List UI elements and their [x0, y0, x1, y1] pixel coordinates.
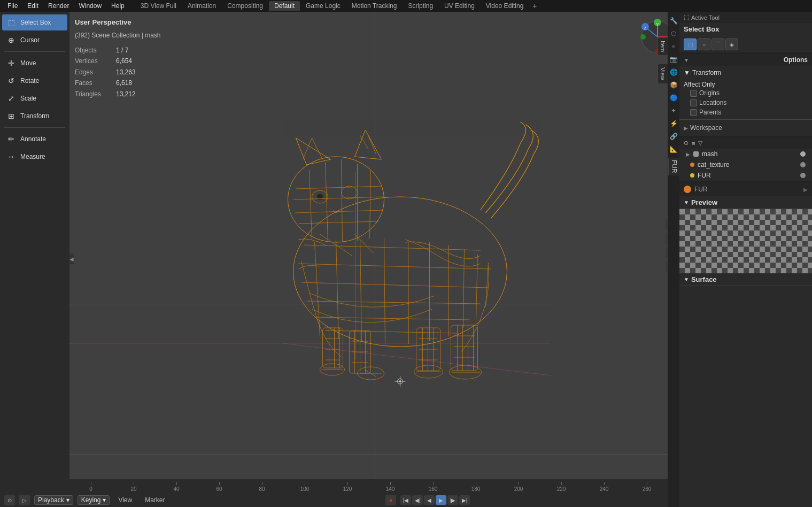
add-workspace-button[interactable]: +	[529, 1, 540, 11]
locations-checkbox[interactable]	[690, 99, 697, 106]
outliner-item-cattexture[interactable]: cat_texture	[679, 159, 812, 170]
workspace-tabs: 3D View Full Animation Compositing Defau…	[135, 1, 540, 11]
view-side-tab[interactable]: View	[658, 64, 668, 83]
world-props-icon[interactable]: 🌐	[669, 67, 678, 77]
affect-only-row: Affect Only	[684, 80, 808, 89]
jump-start-btn[interactable]: |◀	[400, 495, 411, 505]
marker-btn[interactable]: Marker	[141, 495, 169, 505]
scene-collection-label: (392) Scene Collection | mash	[75, 30, 161, 41]
workspace-section: ▶ Workspace	[679, 120, 812, 136]
tab-videoediting[interactable]: Video Editing	[481, 1, 529, 11]
viewport-info: User Perspective (392) Scene Collection …	[75, 17, 161, 99]
menu-file[interactable]: File	[3, 1, 22, 11]
cat-wireframe	[218, 106, 566, 416]
tab-motiontracking[interactable]: Motion Tracking	[346, 1, 403, 11]
tool-scale[interactable]: ⤢ Scale	[2, 90, 67, 106]
fur-side-label[interactable]: FUR	[668, 158, 679, 175]
viewport-3d[interactable]: User Perspective (392) Scene Collection …	[69, 12, 679, 479]
svg-line-23	[384, 239, 385, 344]
prev-keyframe-btn[interactable]: ◀|	[412, 495, 423, 505]
tab-default[interactable]: Default	[269, 1, 300, 11]
physics-props-icon[interactable]: ⚡	[669, 119, 678, 128]
keying-chevron: ▾	[103, 496, 106, 504]
parents-checkbox-label[interactable]: Parents	[690, 109, 808, 116]
toolbar-separator-2	[4, 127, 65, 128]
active-tool-name: Select Box	[679, 23, 812, 36]
cat-texture-visibility[interactable]	[800, 162, 806, 167]
scene-props-icon[interactable]: 📷	[669, 55, 678, 64]
menu-help[interactable]: Help	[107, 1, 129, 11]
tab-scripting[interactable]: Scripting	[403, 1, 438, 11]
tab-uvediting[interactable]: UV Editing	[439, 1, 480, 11]
tool-cursor[interactable]: ⊕ Cursor	[2, 32, 67, 48]
fur-visibility[interactable]	[800, 173, 806, 178]
objects-label: Objects	[75, 45, 110, 56]
tool-mode-icons: ⬚ ○ ⌒ ◈	[679, 36, 812, 52]
render-props-icon[interactable]: 🔧	[669, 16, 678, 26]
playback-dropdown[interactable]: Playback ▾	[34, 495, 73, 505]
options-header[interactable]: ▼ Options	[679, 54, 812, 66]
locations-checkbox-label[interactable]: Locations	[690, 99, 808, 106]
surface-section-header[interactable]: ▼ Surface	[679, 273, 812, 286]
properties-icons-column: 🔧 ⬡ ≡ 📷 🌐 📦 🔵 ✦ ⚡ 🔗 📐 ●	[668, 12, 679, 507]
origins-checkbox[interactable]	[690, 90, 697, 97]
keyframe-record-btn[interactable]: ●	[385, 495, 396, 505]
mark-40: 40	[155, 482, 198, 492]
workspace-header[interactable]: ▶ Workspace	[679, 122, 812, 134]
menu-edit[interactable]: Edit	[23, 1, 43, 11]
origins-checkbox-label[interactable]: Origins	[690, 89, 808, 97]
play-btn[interactable]: ▶	[436, 495, 446, 505]
keying-dropdown[interactable]: Keying ▾	[78, 495, 110, 505]
tool-select-box[interactable]: ⬚ Select Box	[2, 14, 67, 30]
outliner-icon-2[interactable]: ≡	[692, 140, 695, 147]
left-panel-collapse-arrow[interactable]: ◀	[69, 253, 74, 264]
tool-mode-lasso-btn[interactable]: ⌒	[712, 39, 724, 50]
view-layer-props-icon[interactable]: ≡	[669, 42, 678, 51]
tab-3dviewfull[interactable]: 3D View Full	[135, 1, 182, 11]
expand-icon[interactable]: ▶	[803, 187, 808, 193]
outliner-icon-1[interactable]: ⊙	[684, 140, 689, 147]
svg-point-88	[399, 381, 401, 382]
transport-controls: |◀ ◀| ◀ ▶ |▶ ▶|	[400, 495, 470, 505]
tool-mode-circle-btn[interactable]: ○	[698, 39, 710, 50]
data-props-icon[interactable]: 📐	[669, 144, 678, 154]
svg-line-27	[463, 249, 464, 328]
tool-mode-extra-btn[interactable]: ◈	[725, 39, 738, 50]
menu-render[interactable]: Render	[44, 1, 73, 11]
options-content: ▼ Transform Affect Only Origins Location…	[679, 66, 812, 119]
tool-mode-selectbox-btn[interactable]: ⬚	[684, 39, 697, 50]
parents-checkbox[interactable]	[690, 109, 697, 116]
particles-props-icon[interactable]: ✦	[669, 106, 678, 116]
modifier-props-icon[interactable]: 🔵	[669, 93, 678, 103]
preview-label: Preview	[691, 198, 717, 206]
next-keyframe-btn[interactable]: |▶	[447, 495, 458, 505]
tool-transform[interactable]: ⊞ Transform	[2, 108, 67, 124]
tool-annotate[interactable]: ✏ Annotate	[2, 131, 67, 147]
tool-measure[interactable]: ↔ Measure	[2, 149, 67, 165]
tab-animation[interactable]: Animation	[182, 1, 221, 11]
tool-rotate[interactable]: ↺ Rotate	[2, 73, 67, 89]
move-icon: ✛	[6, 58, 16, 68]
item-side-tab[interactable]: Item	[658, 37, 668, 55]
anim-view-btn[interactable]: View	[114, 495, 136, 505]
svg-line-20	[314, 242, 320, 336]
outliner-item-mash[interactable]: ▶ mash	[679, 149, 812, 159]
tab-gamelogic[interactable]: Game Logic	[300, 1, 346, 11]
svg-line-78	[341, 159, 342, 242]
object-props-icon[interactable]: 📦	[669, 80, 678, 90]
tab-compositing[interactable]: Compositing	[222, 1, 268, 11]
output-props-icon[interactable]: ⬡	[669, 29, 678, 39]
tool-move[interactable]: ✛ Move	[2, 55, 67, 71]
outliner-item-fur[interactable]: FUR	[679, 170, 812, 181]
constraints-props-icon[interactable]: 🔗	[669, 132, 678, 141]
svg-line-76	[309, 170, 312, 240]
menu-window[interactable]: Window	[74, 1, 106, 11]
outliner-icon-3[interactable]: ▽	[698, 140, 702, 147]
anim-mode2-icon[interactable]: ▷	[19, 495, 30, 505]
play-reverse-btn[interactable]: ◀	[424, 495, 435, 505]
fur-material-name: FUR	[694, 186, 708, 193]
collection-visibility-icon[interactable]	[800, 151, 806, 157]
jump-end-btn[interactable]: ▶|	[459, 495, 470, 505]
anim-mode-icon[interactable]: ⊙	[4, 495, 15, 505]
timeline[interactable]: 0 20 40 60 80 100 120 140 160 180 200 22…	[0, 479, 679, 493]
